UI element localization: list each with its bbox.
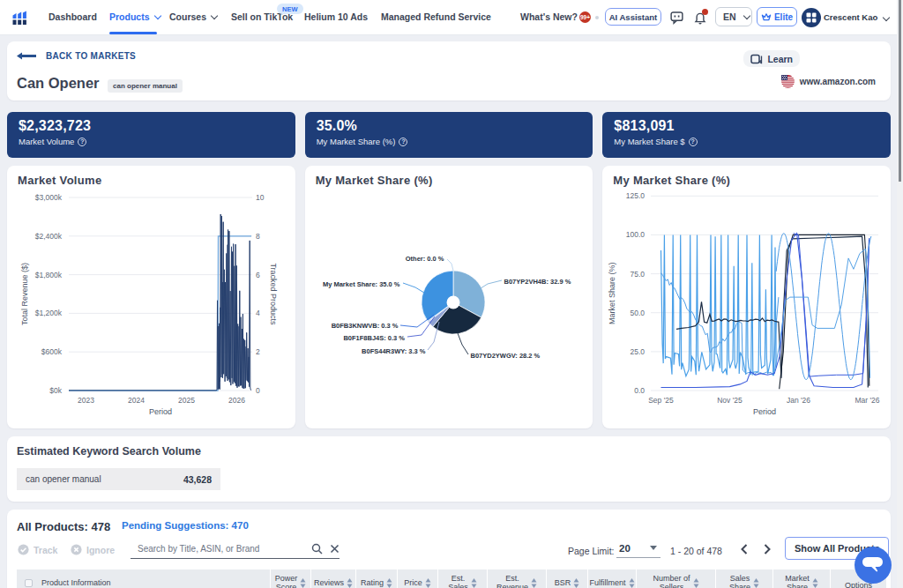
svg-text:Jan '26: Jan '26 bbox=[787, 396, 810, 405]
svg-text:$0k: $0k bbox=[49, 386, 62, 395]
svg-text:Period: Period bbox=[753, 407, 776, 416]
svg-text:50.0: 50.0 bbox=[631, 309, 646, 317]
svg-text:Total Revenue ($): Total Revenue ($) bbox=[20, 263, 29, 325]
svg-text:4: 4 bbox=[256, 309, 260, 317]
svg-text:25.0: 25.0 bbox=[631, 347, 646, 356]
svg-text:B07YP2VH4B: 32.9 %: B07YP2VH4B: 32.9 % bbox=[504, 278, 571, 286]
svg-text:0: 0 bbox=[256, 386, 260, 395]
svg-text:125.0: 125.0 bbox=[626, 191, 646, 200]
svg-text:Market Share (%): Market Share (%) bbox=[608, 262, 616, 324]
svg-text:Sep '25: Sep '25 bbox=[649, 396, 675, 405]
svg-text:Tracked Products: Tracked Products bbox=[269, 263, 278, 325]
svg-text:Period: Period bbox=[149, 407, 172, 416]
svg-text:2: 2 bbox=[256, 347, 260, 356]
svg-text:$1,200k: $1,200k bbox=[35, 309, 63, 317]
svg-text:$3,000k: $3,000k bbox=[35, 193, 63, 202]
svg-text:2025: 2025 bbox=[178, 396, 195, 405]
svg-text:$1,800k: $1,800k bbox=[35, 271, 63, 279]
svg-text:B0FB3KNWVB: 0.3 %: B0FB3KNWVB: 0.3 % bbox=[331, 322, 398, 330]
svg-text:Other: 0.0 %: Other: 0.0 % bbox=[405, 255, 444, 263]
svg-text:B07YD2YWGV: 28.2 %: B07YD2YWGV: 28.2 % bbox=[470, 352, 540, 360]
svg-text:My Market Share: 35.0 %: My Market Share: 35.0 % bbox=[323, 280, 400, 288]
svg-text:2024: 2024 bbox=[128, 396, 145, 405]
svg-text:B0FS44R3WY: 3.3 %: B0FS44R3WY: 3.3 % bbox=[362, 347, 426, 355]
svg-text:Nov '25: Nov '25 bbox=[718, 396, 743, 405]
svg-text:100.0: 100.0 bbox=[626, 230, 646, 239]
svg-text:0.0: 0.0 bbox=[635, 386, 646, 395]
svg-text:B0F1F8BJ4S: 0.3 %: B0F1F8BJ4S: 0.3 % bbox=[343, 334, 405, 342]
svg-text:10: 10 bbox=[256, 193, 265, 202]
svg-text:$600k: $600k bbox=[41, 347, 63, 356]
svg-text:$2,400k: $2,400k bbox=[35, 232, 63, 241]
svg-text:75.0: 75.0 bbox=[631, 270, 646, 279]
svg-text:2023: 2023 bbox=[78, 396, 94, 405]
svg-text:Mar '26: Mar '26 bbox=[855, 396, 880, 405]
svg-text:8: 8 bbox=[256, 232, 260, 241]
svg-text:6: 6 bbox=[256, 271, 260, 279]
svg-text:2026: 2026 bbox=[228, 396, 245, 405]
